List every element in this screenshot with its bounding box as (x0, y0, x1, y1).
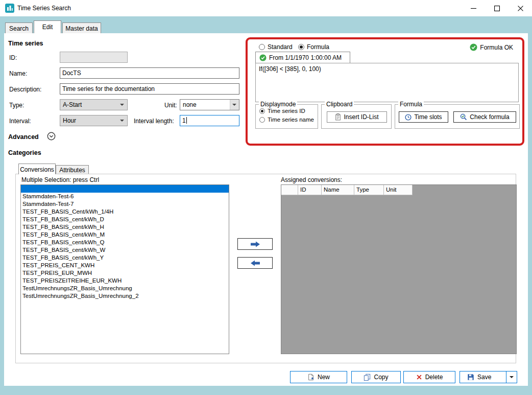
unit-combobox[interactable]: none (180, 99, 239, 110)
column-header[interactable] (281, 185, 298, 195)
chevron-down-icon[interactable] (118, 100, 127, 110)
close-button[interactable] (509, 0, 532, 16)
assigned-conversions-label: Assigned conversions: (281, 176, 342, 183)
formula-radio[interactable]: Formula (298, 43, 329, 51)
from-date-label: From 1/1/1970 1:00:00 AM (269, 54, 342, 61)
list-item[interactable]: TEST_FB_BASIS_Cent/kWh_1/4H (21, 208, 229, 216)
assigned-table-header: IDNameTypeUnit (281, 185, 516, 195)
maximize-button[interactable] (485, 0, 509, 16)
list-item[interactable]: TEST_PREIS_CENT_KWH (21, 262, 229, 269)
type-combobox[interactable]: A-Start (60, 99, 128, 110)
chevron-down-icon[interactable] (118, 115, 127, 126)
new-button[interactable]: New (290, 371, 347, 383)
unassign-left-button[interactable] (237, 257, 273, 269)
column-header[interactable]: Name (322, 185, 354, 195)
list-item[interactable]: Stammdaten-Test-6 (21, 193, 229, 200)
from-date-button[interactable]: From 1/1/1970 1:00:00 AM (255, 52, 350, 63)
list-item[interactable]: TEST_FB_BASIS_cent/kWh_Q (21, 239, 229, 246)
unit-value: none (183, 101, 229, 108)
displaymode-id-radio[interactable]: Time series ID (259, 108, 305, 114)
radio-icon[interactable] (298, 44, 304, 50)
interval-combobox[interactable]: Hour (60, 115, 128, 126)
displaymode-title: Displaymode (259, 101, 297, 108)
delete-x-icon (416, 374, 422, 380)
minimize-icon (471, 6, 476, 11)
tab-attributes[interactable]: Attributes (56, 165, 89, 174)
save-dropdown-button[interactable] (506, 371, 517, 383)
list-item[interactable]: TEST_FB_BASIS_cent/kWh_M (21, 231, 229, 239)
name-field[interactable]: DocTS (60, 67, 239, 79)
conversions-list[interactable]: Stammdaten-Test-6Stammdaten-Test-7TEST_F… (20, 184, 229, 354)
clipboard-title: Clipboard (325, 101, 354, 108)
advanced-heading: Advanced (8, 133, 39, 141)
id-field[interactable] (60, 52, 128, 63)
app-window: Time Series Search Search Edit Master da… (0, 0, 532, 395)
list-item[interactable]: TEST_FB_BASIS_cent/kWh_W (21, 246, 229, 254)
formula-editor[interactable]: If([306] < [385], 0, 100) (255, 63, 519, 102)
standard-radio-label: Standard (268, 43, 293, 51)
minimize-button[interactable] (462, 0, 485, 16)
tab-master-data[interactable]: Master data (62, 22, 101, 33)
check-circle-icon (470, 43, 477, 51)
column-header[interactable]: Unit (384, 185, 413, 195)
formula-panel-annotation: Standard Formula Formula OK From 1/1/197… (246, 37, 524, 146)
interval-length-label: Interval length: (134, 118, 174, 125)
radio-icon[interactable] (259, 108, 265, 114)
interval-label: Interval: (9, 118, 31, 125)
list-item[interactable]: TEST_FB_BASIS_cent/kWh_H (21, 223, 229, 231)
standard-radio[interactable]: Standard (259, 43, 293, 51)
arrow-right-icon (250, 241, 261, 248)
check-circle-icon (259, 54, 267, 61)
id-label: ID: (9, 54, 17, 61)
radio-icon[interactable] (259, 44, 265, 50)
assigned-conversions-grid[interactable]: IDNameTypeUnit (281, 184, 517, 354)
description-label: Description: (9, 86, 41, 93)
list-item[interactable]: TEST_PREISZEITREIHE_EUR_KWH (21, 277, 229, 285)
formula-status: Formula OK (470, 43, 513, 51)
copy-icon (364, 374, 371, 381)
insert-id-list-button[interactable]: Insert ID-List (327, 111, 387, 123)
name-label: Name: (9, 70, 27, 77)
description-field[interactable]: Time series for the documentation (60, 83, 239, 95)
titlebar: Time Series Search (0, 0, 532, 16)
delete-button[interactable]: Delete (403, 371, 455, 383)
chevron-down-icon[interactable] (230, 100, 239, 110)
clock-icon (405, 114, 412, 121)
formula-groupbox: Formula Time slots Check formula (395, 104, 520, 129)
window-title: Time Series Search (17, 5, 71, 12)
type-value: A-Start (63, 101, 117, 108)
close-icon (518, 6, 523, 11)
radio-icon[interactable] (259, 117, 265, 123)
list-item[interactable]: TEST_FB_BASIS_cent/kWh_D (21, 216, 229, 223)
list-item[interactable]: TEST_PREIS_EUR_MWH (21, 269, 229, 277)
list-item[interactable]: Stammdaten-Test-7 (21, 200, 229, 208)
list-item[interactable]: TestUmrechnungsZR_Basis_Umrechnung_2 (21, 292, 229, 300)
check-formula-button[interactable]: Check formula (453, 111, 516, 123)
advanced-expand-icon[interactable] (47, 132, 56, 141)
save-floppy-icon (467, 374, 474, 381)
copy-button[interactable]: Copy (351, 371, 401, 383)
tab-edit[interactable]: Edit (34, 20, 61, 33)
tab-conversions[interactable]: Conversions (18, 164, 56, 174)
displaymode-name-radio[interactable]: Time series name (259, 117, 314, 123)
time-slots-button[interactable]: Time slots (399, 111, 448, 123)
new-document-icon (307, 374, 315, 381)
chevron-down-icon (510, 376, 514, 380)
list-item[interactable]: TEST_FB_BASIS_cent/kWh_Y (21, 254, 229, 262)
categories-heading: Categories (8, 149, 41, 156)
time-series-heading: Time series (8, 40, 43, 47)
arrow-left-icon (250, 260, 261, 267)
save-button[interactable]: Save (460, 371, 517, 383)
main-tabstrip: Search Edit Master data (0, 16, 532, 33)
clipboard-icon (335, 113, 341, 121)
column-header[interactable]: ID (298, 185, 322, 195)
interval-length-field[interactable]: 1 (180, 115, 239, 126)
assign-right-button[interactable] (237, 238, 273, 250)
column-header[interactable]: Type (354, 185, 384, 195)
type-label: Type: (9, 102, 24, 109)
list-item[interactable] (21, 185, 229, 193)
clipboard-groupbox: Clipboard Insert ID-List (321, 104, 392, 129)
formula-status-label: Formula OK (480, 44, 513, 51)
list-item[interactable]: TestUmrechnungsZR_Basis_Umrechnung (21, 285, 229, 292)
tab-search[interactable]: Search (5, 22, 33, 33)
